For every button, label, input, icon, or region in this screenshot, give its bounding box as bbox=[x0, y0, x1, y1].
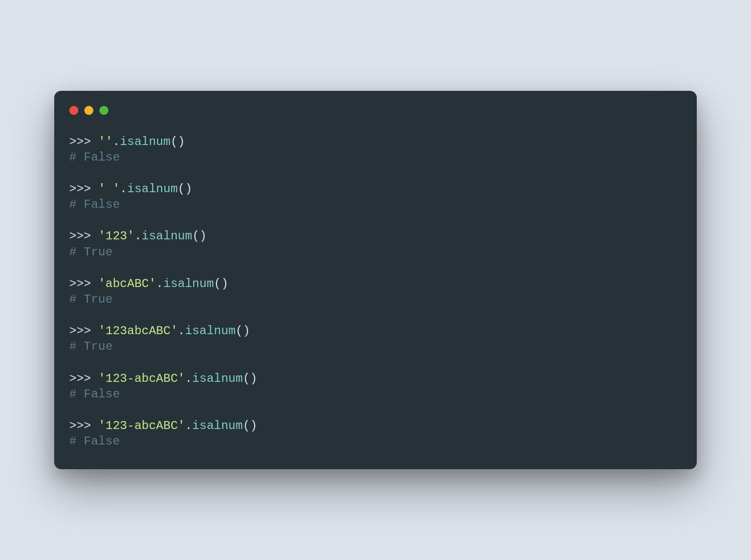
code-block: >>> 'abcABC'.isalnum() # True bbox=[69, 276, 682, 307]
comment-result: # False bbox=[69, 435, 120, 448]
minimize-icon[interactable] bbox=[84, 106, 93, 115]
code-line: >>> ''.isalnum() bbox=[69, 134, 682, 150]
repl-prompt: >>> bbox=[69, 324, 91, 338]
code-line: # False bbox=[69, 434, 682, 449]
code-line: # False bbox=[69, 150, 682, 165]
code-line: # True bbox=[69, 339, 682, 354]
space bbox=[91, 419, 98, 433]
repl-prompt: >>> bbox=[69, 135, 91, 149]
comment-result: # False bbox=[69, 387, 120, 401]
method-name: isalnum bbox=[127, 182, 178, 196]
comment-result: # False bbox=[69, 151, 120, 164]
method-name: isalnum bbox=[192, 419, 243, 433]
string-literal: '123' bbox=[98, 229, 135, 243]
code-area: >>> ''.isalnum() # False >>> ' '.isalnum… bbox=[69, 134, 682, 450]
parentheses: () bbox=[243, 419, 258, 433]
code-line: >>> 'abcABC'.isalnum() bbox=[69, 276, 682, 292]
space bbox=[91, 372, 98, 385]
dot-operator: . bbox=[185, 372, 192, 385]
string-literal: ' ' bbox=[98, 182, 120, 196]
dot-operator: . bbox=[185, 419, 192, 433]
terminal-window: >>> ''.isalnum() # False >>> ' '.isalnum… bbox=[54, 91, 697, 470]
method-name: isalnum bbox=[163, 277, 214, 291]
code-line: >>> '123'.isalnum() bbox=[69, 228, 682, 244]
code-line: # False bbox=[69, 386, 682, 402]
dot-operator: . bbox=[178, 324, 185, 338]
repl-prompt: >>> bbox=[69, 372, 91, 385]
string-literal: 'abcABC' bbox=[98, 277, 156, 291]
string-literal: '123abcABC' bbox=[98, 324, 178, 338]
code-block: >>> ''.isalnum() # False bbox=[69, 134, 682, 165]
method-name: isalnum bbox=[185, 324, 235, 338]
parentheses: () bbox=[214, 277, 228, 291]
space bbox=[91, 324, 98, 338]
comment-result: # True bbox=[69, 245, 112, 259]
space bbox=[91, 277, 98, 291]
window-controls bbox=[69, 106, 682, 115]
code-line: >>> '123abcABC'.isalnum() bbox=[69, 323, 682, 339]
dot-operator: . bbox=[120, 182, 127, 196]
close-icon[interactable] bbox=[69, 106, 78, 115]
parentheses: () bbox=[243, 372, 258, 385]
dot-operator: . bbox=[135, 229, 142, 243]
parentheses: () bbox=[178, 182, 192, 196]
code-block: >>> '123'.isalnum() # True bbox=[69, 228, 682, 259]
comment-result: # False bbox=[69, 198, 120, 211]
string-literal: '123-abcABC' bbox=[98, 372, 185, 385]
string-literal: '123-abcABC' bbox=[98, 419, 185, 433]
code-line: >>> '123-abcABC'.isalnum() bbox=[69, 371, 682, 386]
repl-prompt: >>> bbox=[69, 229, 91, 243]
string-literal: '' bbox=[98, 135, 113, 149]
space bbox=[91, 182, 98, 196]
repl-prompt: >>> bbox=[69, 182, 91, 196]
code-line: # True bbox=[69, 292, 682, 307]
method-name: isalnum bbox=[142, 229, 192, 243]
parentheses: () bbox=[171, 135, 185, 149]
space bbox=[91, 229, 98, 243]
parentheses: () bbox=[235, 324, 250, 338]
dot-operator: . bbox=[112, 135, 119, 149]
comment-result: # True bbox=[69, 340, 112, 353]
dot-operator: . bbox=[156, 277, 163, 291]
method-name: isalnum bbox=[192, 372, 243, 385]
code-block: >>> ' '.isalnum() # False bbox=[69, 181, 682, 212]
parentheses: () bbox=[192, 229, 207, 243]
repl-prompt: >>> bbox=[69, 419, 91, 433]
comment-result: # True bbox=[69, 293, 112, 306]
space bbox=[91, 135, 98, 149]
repl-prompt: >>> bbox=[69, 277, 91, 291]
code-line: # True bbox=[69, 244, 682, 260]
code-line: >>> ' '.isalnum() bbox=[69, 181, 682, 197]
code-block: >>> '123abcABC'.isalnum() # True bbox=[69, 323, 682, 354]
code-block: >>> '123-abcABC'.isalnum() # False bbox=[69, 371, 682, 402]
zoom-icon[interactable] bbox=[99, 106, 108, 115]
method-name: isalnum bbox=[120, 135, 171, 149]
code-line: >>> '123-abcABC'.isalnum() bbox=[69, 418, 682, 434]
code-block: >>> '123-abcABC'.isalnum() # False bbox=[69, 418, 682, 449]
code-line: # False bbox=[69, 197, 682, 212]
